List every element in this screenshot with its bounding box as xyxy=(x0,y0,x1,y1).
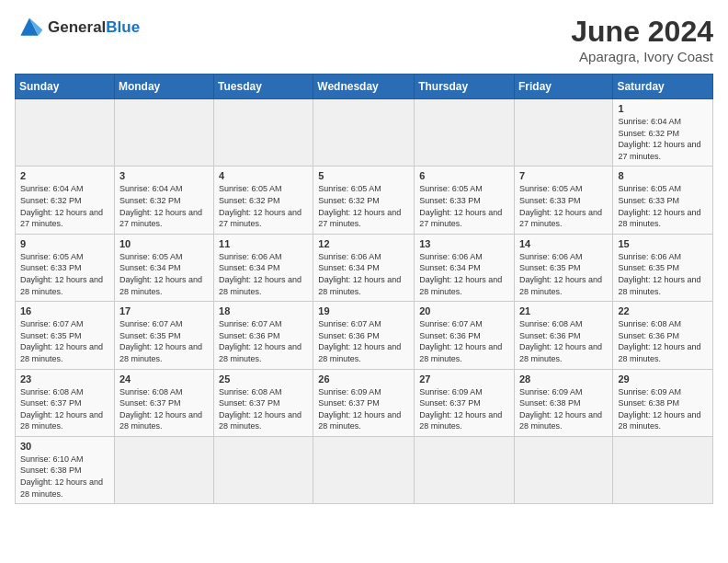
day-info: Sunrise: 6:06 AMSunset: 6:35 PMDaylight:… xyxy=(519,251,608,297)
day-info: Sunrise: 6:05 AMSunset: 6:33 PMDaylight:… xyxy=(519,183,608,229)
day-number: 19 xyxy=(318,305,409,316)
day-number: 22 xyxy=(618,305,708,316)
logo: GeneralBlue xyxy=(15,15,140,40)
calendar-cell: 20Sunrise: 6:07 AMSunset: 6:36 PMDayligh… xyxy=(415,302,515,369)
calendar-cell: 18Sunrise: 6:07 AMSunset: 6:36 PMDayligh… xyxy=(214,302,313,369)
day-number: 16 xyxy=(20,305,109,316)
weekday-header-monday: Monday xyxy=(114,75,213,99)
day-number: 4 xyxy=(219,170,308,181)
calendar-cell: 6Sunrise: 6:05 AMSunset: 6:33 PMDaylight… xyxy=(415,167,515,234)
day-number: 15 xyxy=(618,238,708,249)
calendar-cell: 8Sunrise: 6:05 AMSunset: 6:33 PMDaylight… xyxy=(613,167,713,234)
day-info: Sunrise: 6:05 AMSunset: 6:33 PMDaylight:… xyxy=(618,183,708,229)
calendar-cell xyxy=(313,436,415,503)
calendar-cell xyxy=(214,436,313,503)
calendar-cell: 14Sunrise: 6:06 AMSunset: 6:35 PMDayligh… xyxy=(514,234,612,301)
day-info: Sunrise: 6:08 AMSunset: 6:37 PMDaylight:… xyxy=(119,386,209,432)
day-info: Sunrise: 6:04 AMSunset: 6:32 PMDaylight:… xyxy=(20,183,109,229)
month-title: June 2024 xyxy=(571,15,713,49)
day-number: 9 xyxy=(20,238,109,249)
weekday-header-wednesday: Wednesday xyxy=(313,75,415,99)
day-info: Sunrise: 6:09 AMSunset: 6:37 PMDaylight:… xyxy=(318,386,409,432)
day-number: 6 xyxy=(419,170,509,181)
calendar-cell: 15Sunrise: 6:06 AMSunset: 6:35 PMDayligh… xyxy=(613,234,713,301)
weekday-header-tuesday: Tuesday xyxy=(214,75,313,99)
day-number: 23 xyxy=(20,373,109,385)
calendar-cell xyxy=(514,436,612,503)
day-info: Sunrise: 6:07 AMSunset: 6:36 PMDaylight:… xyxy=(318,318,409,364)
day-info: Sunrise: 6:09 AMSunset: 6:38 PMDaylight:… xyxy=(519,386,608,432)
day-number: 17 xyxy=(119,305,209,316)
calendar-cell xyxy=(114,99,213,167)
day-info: Sunrise: 6:08 AMSunset: 6:36 PMDaylight:… xyxy=(618,318,708,364)
calendar-cell: 7Sunrise: 6:05 AMSunset: 6:33 PMDaylight… xyxy=(514,167,612,234)
calendar-cell: 3Sunrise: 6:04 AMSunset: 6:32 PMDaylight… xyxy=(114,167,213,234)
day-number: 30 xyxy=(20,441,109,452)
day-number: 18 xyxy=(219,305,308,316)
title-block: June 2024 Aparagra, Ivory Coast xyxy=(571,15,713,64)
calendar-cell: 12Sunrise: 6:06 AMSunset: 6:34 PMDayligh… xyxy=(313,234,415,301)
calendar-cell: 16Sunrise: 6:07 AMSunset: 6:35 PMDayligh… xyxy=(16,302,115,369)
weekday-header-sunday: Sunday xyxy=(16,75,115,99)
day-info: Sunrise: 6:07 AMSunset: 6:36 PMDaylight:… xyxy=(419,318,509,364)
day-number: 8 xyxy=(618,170,708,181)
day-info: Sunrise: 6:06 AMSunset: 6:34 PMDaylight:… xyxy=(419,251,509,297)
day-number: 3 xyxy=(119,170,209,181)
day-info: Sunrise: 6:08 AMSunset: 6:37 PMDaylight:… xyxy=(219,386,308,432)
calendar-cell xyxy=(114,436,213,503)
day-info: Sunrise: 6:08 AMSunset: 6:36 PMDaylight:… xyxy=(519,318,608,364)
calendar-cell: 17Sunrise: 6:07 AMSunset: 6:35 PMDayligh… xyxy=(114,302,213,369)
day-info: Sunrise: 6:07 AMSunset: 6:35 PMDaylight:… xyxy=(119,318,209,364)
generalblue-logo-icon xyxy=(15,15,44,40)
day-number: 27 xyxy=(419,373,509,385)
weekday-header-thursday: Thursday xyxy=(415,75,515,99)
calendar-week-row: 30Sunrise: 6:10 AMSunset: 6:38 PMDayligh… xyxy=(16,436,713,503)
day-info: Sunrise: 6:09 AMSunset: 6:38 PMDaylight:… xyxy=(618,386,708,432)
calendar-cell xyxy=(16,99,115,167)
calendar-cell xyxy=(415,99,515,167)
weekday-header-row: SundayMondayTuesdayWednesdayThursdayFrid… xyxy=(16,75,713,99)
day-info: Sunrise: 6:05 AMSunset: 6:33 PMDaylight:… xyxy=(20,251,109,297)
calendar-cell xyxy=(415,436,515,503)
day-number: 1 xyxy=(618,103,708,114)
calendar-cell: 4Sunrise: 6:05 AMSunset: 6:32 PMDaylight… xyxy=(214,167,313,234)
calendar-cell xyxy=(214,99,313,167)
calendar-cell: 21Sunrise: 6:08 AMSunset: 6:36 PMDayligh… xyxy=(514,302,612,369)
day-number: 7 xyxy=(519,170,608,181)
calendar-cell: 24Sunrise: 6:08 AMSunset: 6:37 PMDayligh… xyxy=(114,369,213,436)
day-number: 5 xyxy=(318,170,409,181)
calendar-week-row: 1Sunrise: 6:04 AMSunset: 6:32 PMDaylight… xyxy=(16,99,713,167)
location-subtitle: Aparagra, Ivory Coast xyxy=(571,49,713,64)
weekday-header-saturday: Saturday xyxy=(613,75,713,99)
calendar-table: SundayMondayTuesdayWednesdayThursdayFrid… xyxy=(15,74,713,504)
day-number: 21 xyxy=(519,305,608,316)
calendar-cell: 23Sunrise: 6:08 AMSunset: 6:37 PMDayligh… xyxy=(16,369,115,436)
logo-text: GeneralBlue xyxy=(48,18,140,37)
day-info: Sunrise: 6:10 AMSunset: 6:38 PMDaylight:… xyxy=(20,454,109,500)
day-info: Sunrise: 6:05 AMSunset: 6:32 PMDaylight:… xyxy=(318,183,409,229)
calendar-cell: 9Sunrise: 6:05 AMSunset: 6:33 PMDaylight… xyxy=(16,234,115,301)
calendar-cell xyxy=(514,99,612,167)
day-number: 12 xyxy=(318,238,409,249)
day-number: 14 xyxy=(519,238,608,249)
day-info: Sunrise: 6:08 AMSunset: 6:37 PMDaylight:… xyxy=(20,386,109,432)
calendar-cell xyxy=(313,99,415,167)
calendar-cell: 26Sunrise: 6:09 AMSunset: 6:37 PMDayligh… xyxy=(313,369,415,436)
calendar-week-row: 23Sunrise: 6:08 AMSunset: 6:37 PMDayligh… xyxy=(16,369,713,436)
weekday-header-friday: Friday xyxy=(514,75,612,99)
calendar-cell: 19Sunrise: 6:07 AMSunset: 6:36 PMDayligh… xyxy=(313,302,415,369)
day-number: 2 xyxy=(20,170,109,181)
calendar-cell: 29Sunrise: 6:09 AMSunset: 6:38 PMDayligh… xyxy=(613,369,713,436)
calendar-cell: 22Sunrise: 6:08 AMSunset: 6:36 PMDayligh… xyxy=(613,302,713,369)
calendar-cell: 1Sunrise: 6:04 AMSunset: 6:32 PMDaylight… xyxy=(613,99,713,167)
day-info: Sunrise: 6:06 AMSunset: 6:35 PMDaylight:… xyxy=(618,251,708,297)
calendar-cell: 11Sunrise: 6:06 AMSunset: 6:34 PMDayligh… xyxy=(214,234,313,301)
day-info: Sunrise: 6:05 AMSunset: 6:33 PMDaylight:… xyxy=(419,183,509,229)
page-header: GeneralBlue June 2024 Aparagra, Ivory Co… xyxy=(15,15,713,64)
day-number: 10 xyxy=(119,238,209,249)
day-info: Sunrise: 6:06 AMSunset: 6:34 PMDaylight:… xyxy=(219,251,308,297)
calendar-cell: 28Sunrise: 6:09 AMSunset: 6:38 PMDayligh… xyxy=(514,369,612,436)
calendar-cell: 25Sunrise: 6:08 AMSunset: 6:37 PMDayligh… xyxy=(214,369,313,436)
calendar-week-row: 16Sunrise: 6:07 AMSunset: 6:35 PMDayligh… xyxy=(16,302,713,369)
day-info: Sunrise: 6:04 AMSunset: 6:32 PMDaylight:… xyxy=(119,183,209,229)
